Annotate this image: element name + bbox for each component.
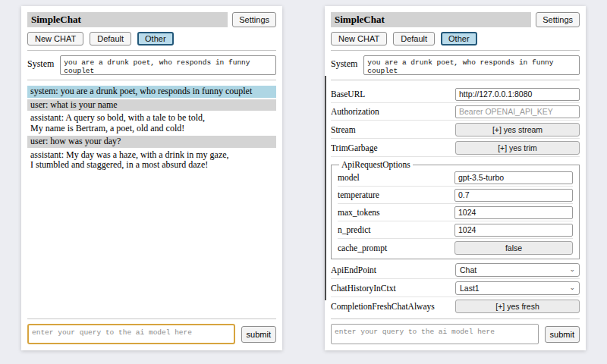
submit-button[interactable]: submit (241, 326, 276, 343)
chat-message-text: assistant: A query so bold, with a tale … (30, 113, 273, 124)
api-endpoint-value: Chat (460, 265, 476, 275)
app-title: SimpleChat (27, 12, 228, 27)
trim-garbage-toggle-button[interactable]: [+] yes trim (455, 141, 580, 155)
system-prompt-input[interactable]: you are a drunk poet, who responds in fu… (60, 55, 276, 75)
temperature-input[interactable] (454, 189, 573, 202)
query-input[interactable] (27, 324, 235, 344)
session-toolbar: New CHAT Default Other (27, 32, 276, 46)
app-title: SimpleChat (331, 12, 531, 27)
system-label: System (27, 58, 54, 70)
chat-message-user: user: how was your day? (27, 136, 276, 148)
system-prompt-row: System you are a drunk poet, who respond… (331, 55, 580, 75)
temperature-label: temperature (338, 190, 379, 199)
setting-row-model: model (338, 169, 573, 187)
settings-panel: SimpleChat Settings New CHAT Default Oth… (325, 6, 586, 350)
system-prompt-row: System you are a drunk poet, who respond… (27, 55, 276, 75)
api-request-options-legend: ApiRequestOptions (339, 160, 413, 169)
setting-row-baseurl: BaseURL (331, 86, 580, 103)
titlebar: SimpleChat Settings (27, 12, 276, 27)
chat-message-text: system: you are a drunk poet, who respon… (30, 86, 273, 97)
divider (331, 50, 580, 51)
titlebar: SimpleChat Settings (331, 12, 580, 27)
completion-fresh-toggle-button[interactable]: [+] yes fresh (455, 300, 580, 313)
chat-message-assistant: assistant: My day was a haze, with a dri… (27, 149, 276, 171)
setting-row-stream: Stream [+] yes stream (331, 121, 580, 139)
setting-row-trimgarbage: TrimGarbage [+] yes trim (331, 139, 580, 157)
settings-button[interactable]: Settings (232, 12, 276, 27)
submit-button[interactable]: submit (545, 326, 580, 343)
model-input[interactable] (454, 171, 573, 184)
query-input[interactable] (331, 324, 539, 344)
authorization-input[interactable] (455, 105, 580, 118)
cache-prompt-label: cache_prompt (338, 243, 387, 253)
system-label: System (331, 58, 357, 70)
divider (27, 318, 276, 319)
setting-row-cache-prompt: cache_prompt false (338, 239, 573, 256)
divider (27, 50, 276, 51)
session-toolbar: New CHAT Default Other (331, 32, 580, 46)
settings-scrollbar[interactable] (325, 76, 326, 300)
query-row: submit (331, 324, 580, 344)
chat-message-text: user: how was your day? (30, 136, 273, 147)
chat-message-text: I stumbled and staggered, in a most absu… (30, 160, 273, 171)
setting-row-n-predict: n_predict (338, 221, 573, 239)
trim-garbage-label: TrimGarbage (331, 143, 378, 152)
chevron-down-icon: ⌄ (569, 266, 575, 273)
chat-message-text: assistant: My day was a haze, with a dri… (30, 150, 273, 161)
chat-log: system: you are a drunk poet, who respon… (27, 86, 276, 314)
chat-message-system: system: you are a drunk poet, who respon… (27, 86, 276, 98)
setting-row-completion-fresh: CompletionFreshChatAlways [+] yes fresh (331, 297, 580, 314)
max-tokens-input[interactable] (454, 206, 573, 219)
session-tab-other[interactable]: Other (137, 32, 174, 46)
system-prompt-input[interactable]: you are a drunk poet, who responds in fu… (363, 55, 580, 75)
completion-fresh-label: CompletionFreshChatAlways (331, 302, 435, 311)
cache-prompt-toggle-button[interactable]: false (454, 241, 573, 255)
api-endpoint-label: ApiEndPoint (331, 265, 376, 275)
setting-row-max-tokens: max_tokens (338, 204, 573, 221)
setting-row-authorization: Authorization (331, 103, 580, 121)
divider (331, 318, 580, 319)
authorization-label: Authorization (331, 107, 379, 116)
session-tab-other[interactable]: Other (441, 32, 477, 46)
model-label: model (338, 173, 360, 182)
chat-panel: SimpleChat Settings New CHAT Default Oth… (21, 6, 282, 350)
n-predict-label: n_predict (338, 225, 370, 234)
setting-row-temperature: temperature (338, 187, 573, 204)
chat-history-label: ChatHistoryInCtxt (331, 284, 396, 293)
base-url-input[interactable] (455, 88, 580, 101)
setting-row-api-endpoint: ApiEndPoint Chat ⌄ (331, 261, 580, 279)
chat-message-text: user: what is your name (30, 100, 273, 111)
divider (331, 80, 580, 80)
chat-history-select[interactable]: Last1 ⌄ (455, 281, 580, 295)
chat-history-value: Last1 (460, 284, 480, 293)
session-tab-default[interactable]: Default (90, 32, 131, 46)
n-predict-input[interactable] (454, 224, 573, 237)
api-request-options-fieldset: ApiRequestOptions model temperature max_… (331, 160, 580, 259)
api-endpoint-select[interactable]: Chat ⌄ (455, 263, 580, 277)
session-tab-default[interactable]: Default (393, 32, 435, 46)
chat-message-assistant: assistant: A query so bold, with a tale … (27, 112, 276, 134)
stream-label: Stream (331, 125, 356, 134)
new-chat-button[interactable]: New CHAT (331, 32, 387, 46)
divider (27, 80, 276, 80)
max-tokens-label: max_tokens (338, 208, 380, 217)
base-url-label: BaseURL (331, 89, 365, 99)
stream-toggle-button[interactable]: [+] yes stream (455, 123, 580, 136)
settings-button[interactable]: Settings (536, 12, 580, 27)
chevron-down-icon: ⌄ (569, 284, 575, 291)
query-row: submit (27, 324, 276, 344)
chat-message-user: user: what is your name (27, 99, 276, 111)
chat-message-text: My name is Bertram, a poet, old and cold… (30, 124, 273, 134)
settings-list: BaseURL Authorization Stream [+] yes str… (331, 86, 580, 314)
setting-row-chat-history: ChatHistoryInCtxt Last1 ⌄ (331, 279, 580, 297)
new-chat-button[interactable]: New CHAT (27, 32, 83, 46)
